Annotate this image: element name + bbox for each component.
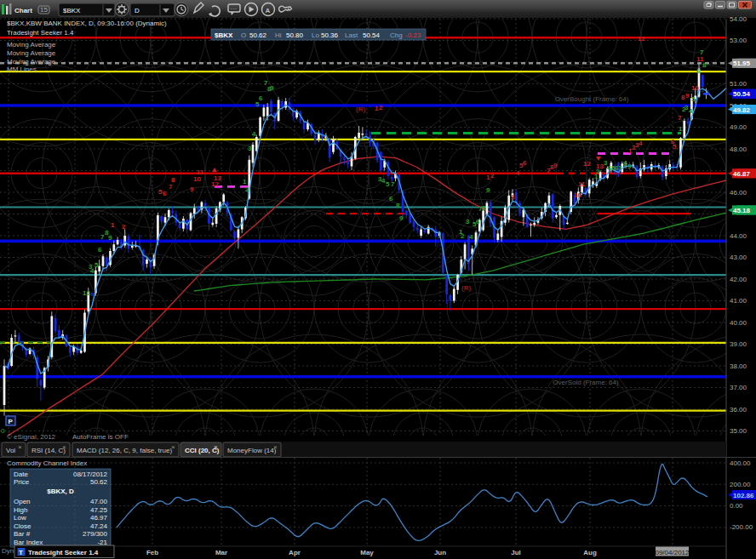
svg-text:47.00: 47.00: [90, 498, 108, 505]
svg-text:$BKX: $BKX: [63, 7, 81, 14]
svg-text:09/04/2012: 09/04/2012: [655, 549, 690, 556]
svg-text:MACD (12, 26, C, 9, false, tru: MACD (12, 26, C, 9, false, true): [77, 447, 172, 454]
svg-text:10: 10: [193, 175, 201, 183]
svg-text:$BKX: $BKX: [215, 31, 233, 39]
svg-text:11: 11: [197, 168, 204, 176]
svg-text:-21: -21: [97, 539, 107, 546]
svg-text:Bar #: Bar #: [14, 530, 31, 538]
svg-text:1: 1: [243, 178, 247, 185]
svg-text:46.00: 46.00: [730, 189, 747, 197]
svg-text:10: 10: [574, 191, 581, 199]
svg-text:36.00: 36.00: [730, 406, 747, 414]
svg-text:Lo: Lo: [312, 31, 319, 39]
svg-text:50.80: 50.80: [286, 31, 304, 39]
svg-text:O: O: [241, 31, 246, 39]
svg-text:6: 6: [259, 94, 263, 102]
svg-text:Tradesight Seeker 1.4: Tradesight Seeker 1.4: [28, 549, 99, 556]
svg-text:T: T: [19, 549, 23, 556]
svg-text:102.86: 102.86: [733, 492, 754, 499]
svg-text:54.00: 54.00: [730, 15, 747, 23]
svg-text:2: 2: [461, 232, 465, 240]
svg-text:6: 6: [98, 246, 102, 254]
svg-text:7: 7: [391, 180, 395, 188]
svg-text:4: 4: [689, 107, 693, 115]
svg-text:Date: Date: [14, 471, 28, 478]
svg-text:Low: Low: [14, 514, 26, 522]
svg-text:7: 7: [618, 164, 622, 172]
svg-text:Apr: Apr: [289, 549, 301, 556]
svg-text:Last: Last: [345, 31, 358, 39]
svg-text:11: 11: [578, 180, 586, 188]
svg-text:×: ×: [62, 443, 66, 451]
svg-text:38.00: 38.00: [730, 362, 747, 370]
svg-text:7: 7: [700, 48, 704, 56]
svg-text:Dyn: Dyn: [2, 547, 14, 555]
svg-text:12: 12: [638, 35, 645, 43]
svg-text:Vol: Vol: [6, 447, 15, 454]
svg-text:A: A: [266, 7, 271, 14]
svg-text:Tradesight Seeker 1.4: Tradesight Seeker 1.4: [7, 29, 74, 37]
svg-text:13: 13: [214, 174, 221, 182]
svg-text:Chg: Chg: [390, 31, 403, 39]
svg-text:39.00: 39.00: [730, 340, 747, 348]
svg-text:×: ×: [18, 443, 22, 451]
svg-text:0.00: 0.00: [730, 502, 743, 510]
svg-text:6: 6: [671, 138, 675, 145]
svg-text:1: 1: [679, 125, 683, 133]
svg-text:Moving Average: Moving Average: [7, 41, 56, 48]
svg-text:3: 3: [466, 218, 470, 225]
svg-text:4: 4: [639, 140, 643, 147]
svg-text:6: 6: [163, 190, 167, 197]
svg-text:41.00: 41.00: [730, 297, 747, 305]
svg-text:RSI (14, C): RSI (14, C): [32, 447, 66, 454]
svg-text:50.54: 50.54: [733, 90, 751, 98]
svg-text:(R): (R): [356, 106, 365, 113]
svg-text:9: 9: [486, 186, 490, 194]
svg-text:200.00: 200.00: [730, 481, 751, 488]
svg-text:(R): (R): [461, 284, 471, 292]
svg-text:May: May: [360, 549, 374, 556]
svg-text:MM Lines: MM Lines: [7, 66, 37, 73]
svg-text:5: 5: [691, 95, 696, 103]
svg-text:8: 8: [396, 202, 400, 209]
svg-text:8: 8: [702, 61, 707, 69]
svg-text:44.00: 44.00: [730, 232, 747, 240]
svg-text:Bar Index: Bar Index: [14, 539, 43, 546]
svg-text:Jul: Jul: [511, 549, 521, 556]
svg-text:2: 2: [122, 223, 126, 231]
svg-text:9: 9: [270, 84, 274, 92]
svg-text:OverSold (Frame: 64): OverSold (Frame: 64): [553, 379, 619, 386]
svg-text:08/17/2012: 08/17/2012: [73, 471, 108, 478]
svg-text:279/300: 279/300: [83, 530, 107, 538]
svg-text:-200.00: -200.00: [730, 523, 753, 531]
svg-text:37.00: 37.00: [730, 384, 747, 391]
svg-text:50.62: 50.62: [90, 478, 108, 486]
svg-text:Jun: Jun: [434, 549, 446, 556]
svg-text:×: ×: [171, 443, 175, 451]
svg-text:49.82: 49.82: [733, 106, 751, 114]
svg-text:9: 9: [685, 92, 690, 100]
svg-text:48.00: 48.00: [730, 145, 747, 153]
svg-text:10: 10: [691, 84, 699, 92]
svg-text:3: 3: [248, 145, 252, 152]
svg-text:Moving Average: Moving Average: [7, 49, 56, 57]
svg-text:51.00: 51.00: [730, 80, 747, 88]
svg-text:400.00: 400.00: [730, 459, 751, 467]
svg-text:46.87: 46.87: [733, 170, 751, 178]
svg-text:8: 8: [482, 204, 486, 212]
svg-text:50.54: 50.54: [363, 31, 381, 39]
svg-text:···: ···: [231, 5, 238, 13]
svg-text:43.00: 43.00: [730, 254, 747, 261]
svg-text:Close: Close: [14, 522, 32, 530]
svg-text:8: 8: [171, 176, 175, 184]
svg-text:Commodity Channel Index: Commodity Channel Index: [7, 459, 87, 467]
svg-text:0: 0: [1, 427, 5, 435]
svg-text:High: High: [14, 506, 27, 514]
svg-text:50.36: 50.36: [321, 31, 339, 39]
svg-text:OverBought (Frame: 64): OverBought (Frame: 64): [555, 95, 629, 103]
svg-text:$BKX,KBW BANK INDEX, D, 09:30-: $BKX,KBW BANK INDEX, D, 09:30-16:00 (Dyn…: [7, 20, 167, 27]
svg-text:×: ×: [273, 443, 278, 451]
svg-text:4: 4: [516, 169, 520, 177]
svg-text:49.00: 49.00: [730, 123, 747, 131]
svg-text:×: ×: [214, 443, 218, 451]
